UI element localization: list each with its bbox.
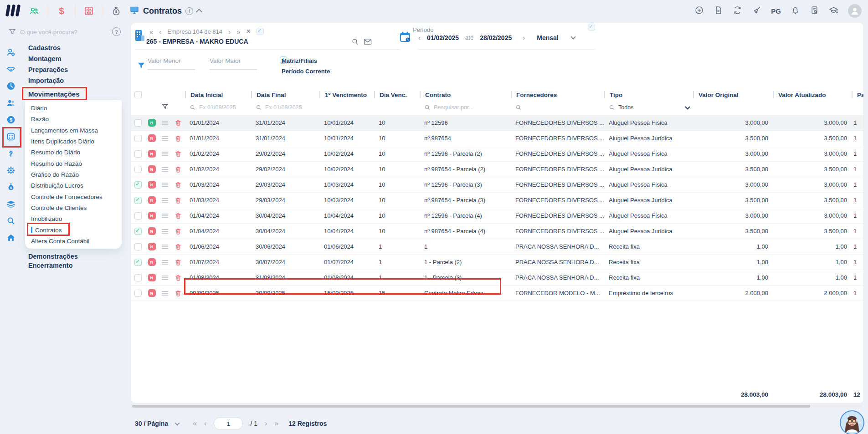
rail-users-icon[interactable] — [0, 94, 22, 111]
period-mode-chevron-icon[interactable] — [570, 34, 575, 39]
next-page-icon[interactable]: › — [265, 419, 267, 428]
submenu-item-itens-duplicados[interactable]: Itens Duplicados Diário — [31, 137, 94, 146]
drag-handle-icon[interactable] — [162, 246, 168, 247]
col-data-inicial[interactable]: Data Inicial — [185, 91, 251, 98]
submenu-item-imobilizado[interactable]: Imobilizado — [31, 214, 62, 223]
drag-handle-icon[interactable] — [162, 200, 168, 201]
delete-icon[interactable] — [175, 274, 182, 281]
period-next-icon[interactable]: › — [523, 34, 525, 41]
dollar-module-icon[interactable]: $ — [56, 5, 67, 17]
period-mode-select[interactable]: Mensal — [537, 34, 558, 41]
row-checkbox[interactable] — [134, 228, 142, 235]
table-row[interactable]: B01/01/202431/01/202410/01/202410nº 1259… — [131, 115, 864, 131]
table-row[interactable]: N01/03/202429/03/202410/03/202410nº 1259… — [131, 177, 864, 193]
filter-contrato[interactable]: Pesquisar por... — [420, 101, 511, 114]
page-size-chevron-icon[interactable] — [175, 420, 180, 425]
col-valor-atualizado[interactable]: Valor Atualizado — [773, 91, 852, 98]
rail-dollar-icon[interactable]: $ — [0, 111, 22, 128]
filter-data-final[interactable]: Ex 01/09/2025 — [251, 101, 319, 114]
table-row[interactable]: N01/02/202429/02/202410/02/202410nº 9876… — [131, 162, 864, 177]
period-prev-icon[interactable]: ‹ — [418, 34, 421, 41]
submenu-item-controle-fornecedores[interactable]: Controle de Fornecedores — [31, 192, 103, 201]
col-dia-venc[interactable]: Dia Venc. — [374, 91, 420, 98]
col-fornecedores[interactable]: Fornecedores — [511, 91, 604, 98]
delete-icon[interactable] — [175, 135, 182, 142]
rail-moneybag-icon[interactable]: $ — [0, 179, 22, 195]
table-row[interactable]: N01/04/202430/04/202410/04/202410nº 1259… — [131, 208, 864, 224]
info-icon[interactable]: i — [185, 7, 193, 15]
sidebar-item-preparacoes[interactable]: Preparações — [28, 65, 68, 74]
rail-trending-icon[interactable] — [0, 145, 22, 162]
col-contrato[interactable]: Contrato — [420, 91, 511, 98]
rail-layers-icon[interactable] — [0, 195, 22, 212]
col-parcelas[interactable]: Pa — [852, 91, 864, 98]
help-icon[interactable]: ? — [112, 27, 121, 36]
drag-handle-icon[interactable] — [162, 153, 168, 154]
drag-handle-icon[interactable] — [162, 184, 168, 185]
delete-icon[interactable] — [175, 181, 182, 189]
col-valor-original[interactable]: Valor Original — [693, 91, 773, 98]
rail-clock-icon[interactable] — [0, 77, 22, 94]
period-start-date[interactable]: 01/02/2025 — [427, 34, 459, 41]
sidebar-item-demonstracoes[interactable]: Demonstrações — [28, 252, 78, 261]
row-checkbox[interactable] — [134, 166, 142, 173]
rows-filter-funnel-icon[interactable] — [161, 103, 169, 112]
submenu-item-controle-clientes[interactable]: Controle de Clientes — [31, 203, 87, 212]
filter-data-inicial[interactable]: Ex 01/09/2025 — [185, 101, 251, 114]
company-prev-icon[interactable]: ‹ — [159, 28, 161, 36]
delete-icon[interactable] — [175, 212, 182, 220]
document-icon[interactable] — [714, 5, 723, 17]
delete-icon[interactable] — [175, 197, 182, 204]
filter-tipo-dropdown[interactable]: Todos — [604, 101, 693, 114]
table-row[interactable]: N01/04/202430/04/202410/04/202410nº 9876… — [131, 224, 864, 239]
filter-funnel-icon[interactable] — [137, 61, 146, 72]
table-row[interactable]: N01/01/202431/01/202410/01/202410nº 9876… — [131, 131, 864, 146]
submenu-item-lancamentos[interactable]: Lançamentos em Massa — [31, 126, 98, 135]
company-clear-icon[interactable]: × — [246, 27, 250, 36]
page-size-select[interactable]: 30 / Página — [135, 420, 168, 427]
rail-home-icon[interactable] — [0, 229, 22, 246]
last-page-icon[interactable]: » — [274, 419, 278, 428]
drag-handle-icon[interactable] — [162, 169, 168, 170]
col-vencimento[interactable]: 1º Vencimento — [319, 91, 374, 98]
add-icon[interactable] — [694, 5, 704, 17]
people-module-icon[interactable] — [28, 5, 40, 17]
rail-user-settings-icon[interactable] — [0, 44, 22, 61]
collapse-chevron-up-icon[interactable] — [196, 9, 202, 15]
drag-handle-icon[interactable] — [162, 231, 168, 232]
user-avatar[interactable] — [848, 4, 862, 18]
submenu-item-altera-conta[interactable]: Altera Conta Contábil — [31, 236, 89, 245]
drag-handle-icon[interactable] — [162, 293, 168, 294]
app-logo[interactable] — [6, 5, 20, 16]
delete-icon[interactable] — [175, 166, 182, 173]
rail-calculator-icon[interactable] — [0, 128, 22, 145]
row-checkbox[interactable] — [134, 135, 142, 142]
row-checkbox[interactable] — [134, 212, 142, 220]
audit-log-icon[interactable] — [810, 5, 819, 17]
broom-icon[interactable] — [752, 5, 761, 17]
table-row[interactable]: N01/06/202430/06/202401/06/202411PRACA N… — [131, 239, 864, 255]
refresh-icon[interactable] — [733, 5, 742, 17]
drag-handle-icon[interactable] — [162, 123, 168, 123]
row-checkbox[interactable] — [134, 150, 142, 158]
rail-gear-icon[interactable] — [0, 162, 22, 179]
sidebar-item-cadastros[interactable]: Cadastros — [28, 43, 61, 52]
submenu-item-resumo-razao[interactable]: Resumo do Razão — [31, 159, 82, 168]
sidebar-filter-icon[interactable] — [8, 28, 16, 38]
submenu-item-resumo-diario[interactable]: Resumo do Diário — [31, 148, 80, 157]
table-row[interactable]: N01/08/202431/08/202401/08/202411 - Parc… — [131, 270, 864, 286]
table-row[interactable]: N01/07/202430/07/202401/07/202411 - Parc… — [131, 255, 864, 270]
drag-handle-icon[interactable] — [162, 262, 168, 263]
submenu-item-distribuicao-lucros[interactable]: Distribuição Lucros — [31, 181, 83, 190]
drag-handle-icon[interactable] — [162, 215, 168, 216]
horizontal-scrollbar[interactable] — [132, 405, 861, 408]
sidebar-item-encerramento[interactable]: Encerramento — [28, 261, 73, 270]
row-checkbox[interactable] — [134, 181, 142, 189]
sidebar-item-importacao[interactable]: Importação — [28, 76, 64, 85]
calculator-module-icon[interactable] — [83, 5, 95, 17]
company-next-icon[interactable]: › — [228, 28, 231, 36]
valor-menor-input[interactable]: Valor Menor — [148, 57, 181, 64]
prev-page-icon[interactable]: ‹ — [204, 419, 206, 428]
first-page-icon[interactable]: « — [193, 419, 197, 428]
row-checkbox[interactable] — [134, 274, 142, 281]
